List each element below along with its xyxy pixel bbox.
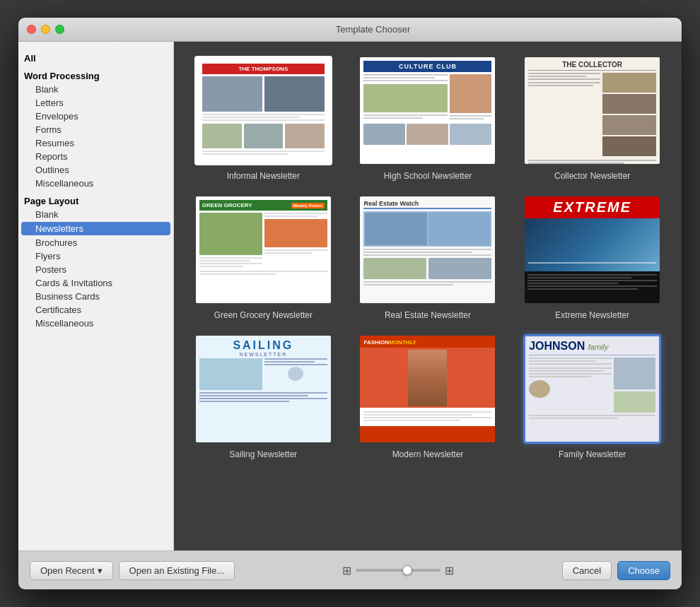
sidebar-item-all[interactable]: All <box>18 52 173 65</box>
traffic-lights <box>27 25 64 34</box>
template-informal[interactable]: THE THOMPSONS <box>188 56 339 181</box>
template-highschool[interactable]: CULTURE CLUB <box>353 56 503 181</box>
template-thumb-realestate: Real Estate Watch <box>358 195 496 305</box>
templates-area: THE THOMPSONS <box>174 42 682 550</box>
open-recent-button[interactable]: Open Recent ▾ <box>30 561 113 580</box>
template-label-realestate: Real Estate Newsletter <box>385 310 471 320</box>
template-family[interactable]: JOHNSON family <box>517 334 667 459</box>
template-modern[interactable]: FASHIONMONTHLY <box>353 334 503 459</box>
template-label-family: Family Newsletter <box>559 449 626 459</box>
template-label-grocery: Green Grocery Newsletter <box>214 310 313 320</box>
sidebar-item-wp-blank[interactable]: Blank <box>18 83 173 96</box>
template-label-extreme: Extreme Newsletter <box>555 310 629 320</box>
footer-left: Open Recent ▾ Open an Existing File... <box>30 561 235 580</box>
template-thumb-informal: THE THOMPSONS <box>194 56 332 165</box>
sidebar-item-flyers[interactable]: Flyers <box>18 249 173 263</box>
small-grid-icon: ⊞ <box>342 564 351 577</box>
large-grid-icon: ⊞ <box>445 564 454 577</box>
sidebar-item-pl-misc[interactable]: Miscellaneous <box>18 317 173 330</box>
template-label-informal: Informal Newsletter <box>227 171 300 181</box>
footer-right: Cancel Choose <box>562 561 670 580</box>
template-chooser-window: Template Chooser All Word Processing Bla… <box>18 17 682 590</box>
templates-grid: THE THOMPSONS <box>188 56 667 459</box>
sidebar-item-newsletters[interactable]: Newsletters <box>21 222 170 235</box>
template-label-modern: Modern Newsletter <box>392 449 464 459</box>
choose-button[interactable]: Choose <box>617 561 670 580</box>
template-thumb-sailing: SAILING NEWSLETTER <box>194 334 332 444</box>
cancel-button[interactable]: Cancel <box>562 561 612 580</box>
zoom-slider[interactable] <box>356 569 441 572</box>
template-extreme[interactable]: EXTREME <box>517 195 667 320</box>
sidebar-item-brochures[interactable]: Brochures <box>18 236 173 249</box>
template-thumb-grocery: GREEN GROCERY Weekly Promo <box>194 195 332 305</box>
template-collector[interactable]: THE COLLECTOR <box>517 56 667 181</box>
template-grocery[interactable]: GREEN GROCERY Weekly Promo <box>188 195 339 320</box>
template-thumb-collector: THE COLLECTOR <box>523 56 661 165</box>
sidebar-item-posters[interactable]: Posters <box>18 263 173 276</box>
sidebar-item-reports[interactable]: Reports <box>18 150 173 163</box>
slider-thumb <box>402 565 412 575</box>
content-area: All Word Processing Blank Letters Envelo… <box>18 42 682 550</box>
zoom-slider-container: ⊞ ⊞ <box>242 564 555 577</box>
template-realestate[interactable]: Real Estate Watch <box>353 195 503 320</box>
sidebar: All Word Processing Blank Letters Envelo… <box>18 42 174 550</box>
close-button[interactable] <box>27 25 36 34</box>
template-thumb-modern: FASHIONMONTHLY <box>358 334 496 444</box>
sidebar-item-letters[interactable]: Letters <box>18 96 173 110</box>
sidebar-item-forms[interactable]: Forms <box>18 123 173 136</box>
sidebar-item-wp-misc[interactable]: Miscellaneous <box>18 177 173 190</box>
template-label-sailing: Sailing Newsletter <box>229 449 297 459</box>
dropdown-arrow-icon: ▾ <box>98 565 103 576</box>
minimize-button[interactable] <box>41 25 50 34</box>
template-sailing[interactable]: SAILING NEWSLETTER <box>188 334 339 459</box>
sidebar-item-certificates[interactable]: Certificates <box>18 303 173 317</box>
template-label-collector: Collector Newsletter <box>554 171 630 181</box>
sidebar-item-word-processing[interactable]: Word Processing <box>18 69 173 83</box>
sidebar-item-resumes[interactable]: Resumes <box>18 136 173 150</box>
maximize-button[interactable] <box>55 25 64 34</box>
sidebar-item-pl-blank[interactable]: Blank <box>18 208 173 221</box>
template-thumb-family: JOHNSON family <box>523 334 661 444</box>
titlebar: Template Chooser <box>18 18 682 42</box>
template-thumb-highschool: CULTURE CLUB <box>358 56 496 165</box>
template-thumb-extreme: EXTREME <box>523 195 661 305</box>
sidebar-item-business-cards[interactable]: Business Cards <box>18 290 173 303</box>
sidebar-item-cards[interactable]: Cards & Invitations <box>18 276 173 290</box>
sidebar-item-page-layout[interactable]: Page Layout <box>18 194 173 208</box>
template-label-highschool: High School Newsletter <box>384 171 472 181</box>
sidebar-item-envelopes[interactable]: Envelopes <box>18 110 173 123</box>
open-existing-button[interactable]: Open an Existing File... <box>119 561 235 580</box>
footer: Open Recent ▾ Open an Existing File... ⊞… <box>18 550 682 589</box>
window-title: Template Chooser <box>73 24 673 35</box>
sidebar-item-outlines[interactable]: Outlines <box>18 163 173 177</box>
